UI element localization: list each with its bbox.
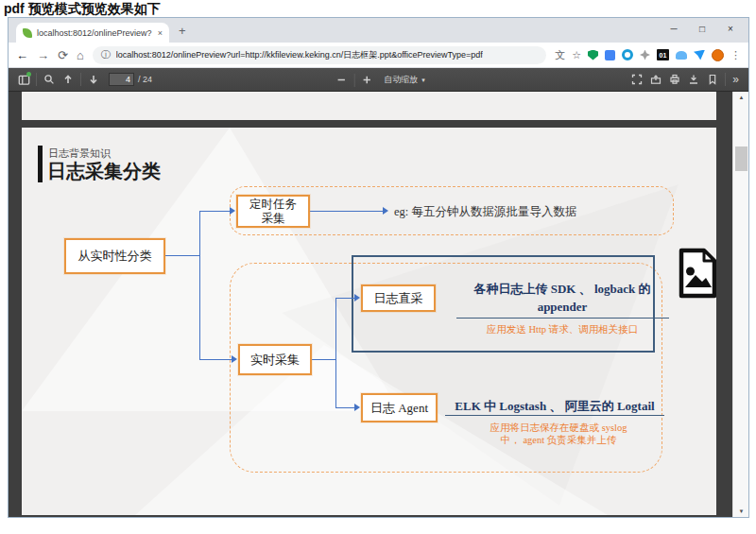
bird-extension-icon[interactable] [694,50,705,60]
address-bar[interactable]: ⓘ localhost:8012/onlinePreview?url=http:… [93,46,546,64]
extension-badge-01[interactable]: 01 [657,49,669,60]
node-direct: 日志直采 [361,284,436,312]
toolbar-actions: 文 ☆ 01 ⋮ [555,48,741,62]
connector-line [312,359,336,360]
connector-line [199,211,200,360]
node-scheduled: 定时任务 采集 [236,195,310,228]
title-accent-bar [38,146,43,182]
spring-leaf-favicon [23,28,32,38]
adblock-extension-icon[interactable] [588,50,598,60]
pdf-viewer: 日志背景知识 日志采集分类 从实时性分类 定时任务 采集 实时采集 [9,92,748,517]
zoom-select-label: 自动缩放 [384,74,418,86]
node-agent: 日志 Agent [361,393,438,422]
direct-subtext: 应用发送 Http 请求、调用相关接口 [449,323,676,336]
zoom-out-icon[interactable] [332,72,351,89]
chevron-down-icon: ▾ [421,77,425,84]
connector-line [335,298,354,299]
scroll-down-icon[interactable]: ▼ [733,508,748,514]
connector-line [200,359,232,360]
extension-icon-circle[interactable] [622,49,633,60]
scrollbar[interactable]: ▲ ▼ [732,92,748,517]
window-controls: ─ □ × [660,20,745,39]
minimize-button[interactable]: ─ [660,20,688,39]
page-count-label: / 24 [138,75,152,84]
search-icon[interactable] [40,71,59,88]
back-icon[interactable]: ← [16,48,28,62]
agent-subtext-line2: 中， agent 负责采集并上传 [501,435,617,445]
direct-heading: 各种日志上传 SDK 、 logback 的 appender [449,281,676,317]
connector-line [335,298,336,408]
site-info-icon[interactable]: ⓘ [101,48,111,61]
browser-toolbar: ← → ⟳ ⌂ ⓘ localhost:8012/onlinePreview?u… [9,43,748,68]
translate-icon[interactable]: 文 [555,48,565,62]
sidebar-toggle-button[interactable] [14,71,33,88]
cloud-extension-icon[interactable] [676,51,687,60]
forward-icon[interactable]: → [37,48,49,62]
connector-line [200,211,231,212]
scheduled-note: eg: 每五分钟从数据源批量导入数据 [394,204,576,220]
agent-heading: ELK 中 Logstash 、 阿里云的 Logtail [441,398,668,415]
arrowhead [354,294,360,301]
more-tools-icon[interactable]: » [729,73,743,86]
connector-line [310,211,384,212]
download-icon[interactable] [684,71,703,88]
page-number-input[interactable] [109,73,134,86]
direct-heading-line1: 各种日志上传 SDK 、 logback 的 [473,282,650,296]
bookmark-star-icon[interactable]: ☆ [572,49,581,61]
connector-line [165,255,200,256]
divider [36,73,37,86]
zoom-controls: 自动缩放 ▾ [332,68,425,92]
pdf-toolbar: / 24 自动缩放 ▾ [9,68,748,92]
divider [80,73,81,86]
previous-page-bottom [22,92,716,120]
tab-strip: localhost:8012/onlinePreview? × + ─ □ × [9,18,748,43]
browser-menu-icon[interactable]: ⋮ [730,49,741,61]
agent-subtext-line1: 应用将日志保存在硬盘或 syslog [490,422,627,433]
new-tab-button[interactable]: + [179,24,186,38]
direct-heading-line2: appender [538,300,588,314]
arrowhead [354,404,360,411]
divider [353,74,354,87]
agent-heading-underline [445,415,664,416]
extension-icon-gray[interactable] [640,50,650,60]
scroll-up-icon[interactable]: ▲ [733,95,748,100]
home-icon[interactable]: ⌂ [77,48,84,62]
direct-heading-underline [456,318,669,319]
previous-page-button[interactable] [59,71,77,88]
reload-icon[interactable]: ⟳ [58,48,68,62]
next-page-button[interactable] [84,71,103,88]
presentation-mode-icon[interactable] [627,71,646,88]
print-icon[interactable] [665,71,684,88]
pdf-toolbar-right: » [627,71,743,88]
profile-avatar[interactable] [712,49,724,61]
page-title: pdf 预览模式预览效果如下 [4,1,161,18]
browser-tab[interactable]: localhost:8012/onlinePreview? × [16,23,169,43]
agent-subtext: 应用将日志保存在硬盘或 syslog 中， agent 负责采集并上传 [449,422,668,446]
image-placeholder-icon [678,248,716,302]
zoom-select[interactable]: 自动缩放 ▾ [384,74,425,86]
tab-title: localhost:8012/onlinePreview? [37,28,153,38]
arrowhead [383,207,388,215]
connector-line [335,407,354,408]
status-dot [26,72,31,77]
scrollbar-thumb[interactable] [735,146,747,171]
browser-window: localhost:8012/onlinePreview? × + ─ □ × … [8,17,749,518]
maximize-button[interactable]: □ [688,20,716,39]
tab-close-icon[interactable]: × [158,28,163,38]
arrowhead [230,207,235,215]
url-text[interactable]: localhost:8012/onlinePreview?url=http://… [116,49,483,61]
zoom-in-icon[interactable] [357,72,376,89]
node-root: 从实时性分类 [64,238,165,274]
node-realtime: 实时采集 [238,344,312,375]
arrowhead [232,355,237,363]
divider [725,73,726,86]
slide-title: 日志采集分类 [47,159,161,184]
open-file-icon[interactable] [646,71,665,88]
bookmark-icon[interactable] [703,71,722,88]
close-button[interactable]: × [716,20,745,39]
extension-icon-blue[interactable] [605,50,615,60]
pdf-page: 日志背景知识 日志采集分类 从实时性分类 定时任务 采集 实时采集 [22,128,716,515]
